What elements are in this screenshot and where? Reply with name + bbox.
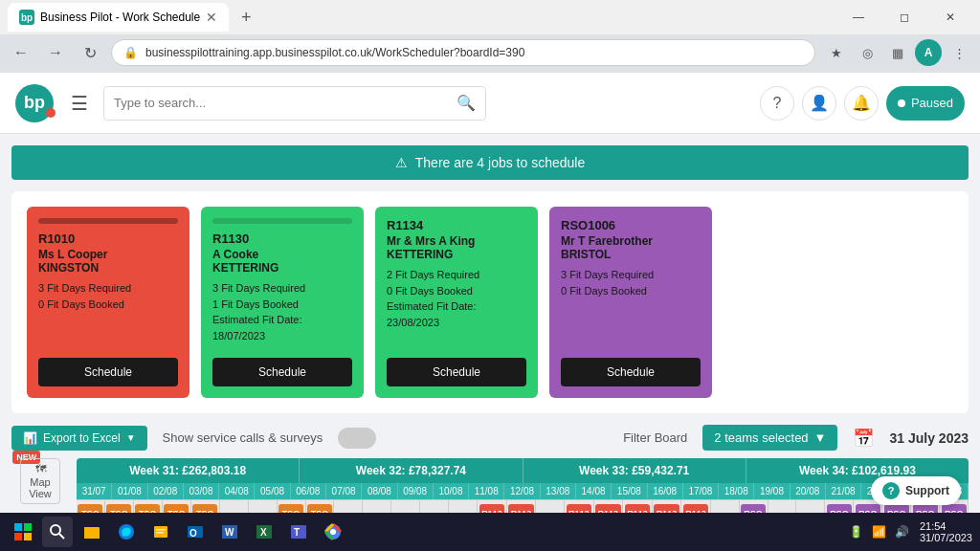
- back-button[interactable]: ←: [8, 39, 34, 66]
- search-bar[interactable]: 🔍: [103, 86, 486, 121]
- job-card-0: R1010 Ms L Cooper KINGSTON 3 Fit Days Re…: [27, 207, 189, 398]
- map-view-button[interactable]: 🗺 MapView: [20, 458, 60, 504]
- svg-text:O: O: [189, 528, 197, 539]
- menu-button[interactable]: ☰: [71, 92, 88, 115]
- date-cell: 02/08: [148, 483, 184, 499]
- support-button[interactable]: ? Support: [871, 476, 961, 505]
- svg-rect-0: [14, 523, 22, 531]
- taskbar-chrome[interactable]: [318, 517, 348, 547]
- taskbar-word[interactable]: W: [214, 517, 245, 547]
- date-cell: 18/08: [719, 483, 754, 499]
- location-0: KINGSTON: [38, 261, 178, 275]
- support-bubble-container: ? Support: [871, 476, 961, 505]
- taskbar-right: 🔋 📶 🔊 21:54 31/07/2023: [847, 520, 972, 543]
- fit-days-booked-2: 0 Fit Days Booked: [387, 283, 526, 299]
- dropdown-caret-icon: ▼: [814, 430, 827, 445]
- paused-button[interactable]: Paused: [886, 86, 965, 121]
- maximize-button[interactable]: ◻: [882, 2, 926, 33]
- date-cell: 01/08: [112, 483, 147, 499]
- tab-favicon: bp: [19, 10, 34, 25]
- clock: 21:54 31/07/2023: [920, 520, 972, 543]
- date-cell: 15/08: [612, 483, 647, 499]
- time-display: 21:54: [920, 520, 972, 532]
- date-display: 31/07/2023: [920, 532, 972, 543]
- battery-icon: 🔋: [847, 522, 866, 541]
- fit-days-req-1: 3 Fit Days Required: [212, 280, 352, 297]
- taskbar-edge[interactable]: [111, 517, 142, 547]
- schedule-button-3[interactable]: Schedule: [561, 358, 701, 386]
- volume-icon: 🔊: [893, 522, 912, 541]
- search-input[interactable]: [114, 96, 449, 110]
- fit-days-booked-1: 1 Fit Days Booked: [212, 297, 352, 313]
- fit-days-req-3: 3 Fit Days Required: [561, 267, 701, 283]
- url-bar[interactable]: 🔒 businesspilottraining.app.businesspilo…: [111, 39, 815, 66]
- filter-board-label: Filter Board: [623, 430, 687, 445]
- alert-message: There are 4 jobs to schedule: [415, 155, 585, 170]
- taskbar-explorer[interactable]: [77, 517, 107, 547]
- svg-text:X: X: [260, 527, 267, 538]
- window-controls: — ◻ ✕: [836, 2, 972, 33]
- date-cell: 10/08: [434, 483, 469, 499]
- refresh-button[interactable]: ↻: [77, 39, 103, 66]
- date-cell: 31/07: [77, 483, 112, 499]
- location-3: BRISTOL: [561, 248, 701, 261]
- close-button[interactable]: ✕: [928, 2, 972, 33]
- sidebar-icon[interactable]: ▦: [884, 39, 911, 66]
- week-header-32: Week 32: £78,327.74: [300, 458, 523, 483]
- job-id-2: R1134: [387, 218, 526, 232]
- teams-dropdown-button[interactable]: 2 teams selected ▼: [702, 425, 837, 451]
- job-id-3: RSO1006: [561, 218, 701, 232]
- new-tab-button[interactable]: +: [233, 4, 259, 31]
- toggle-switch[interactable]: [338, 428, 376, 449]
- schedule-button-2[interactable]: Schedule: [387, 358, 526, 386]
- taskbar-excel[interactable]: X: [249, 517, 279, 547]
- taskbar-files[interactable]: [145, 517, 176, 547]
- map-icon: 🗺: [35, 463, 46, 474]
- date-label: 31 July 2023: [889, 430, 969, 446]
- app-header: bp ☰ 🔍 ? 👤 🔔 Paused: [0, 73, 980, 134]
- minimize-button[interactable]: —: [836, 2, 880, 33]
- card-bar-0: [38, 218, 178, 224]
- bookmark-icon[interactable]: ★: [823, 39, 850, 66]
- help-button[interactable]: ?: [760, 86, 794, 121]
- taskbar-outlook[interactable]: O: [180, 517, 211, 547]
- job-cards-container: R1010 Ms L Cooper KINGSTON 3 Fit Days Re…: [11, 191, 969, 413]
- fit-days-req-0: 3 Fit Days Required: [38, 280, 178, 297]
- calendar-icon[interactable]: 📅: [853, 428, 874, 449]
- forward-button[interactable]: →: [42, 39, 69, 66]
- date-row: 31/0701/0802/0803/0804/0805/0806/0807/08…: [77, 483, 969, 499]
- start-button[interactable]: [8, 517, 38, 547]
- export-button[interactable]: 📊 Export to Excel ▼: [11, 426, 147, 451]
- app-logo: bp: [15, 84, 56, 122]
- job-card-2: R1134 Mr & Mrs A King KETTERING 2 Fit Da…: [375, 207, 538, 398]
- schedule-button-0[interactable]: Schedule: [38, 358, 178, 386]
- profile-button[interactable]: 👤: [802, 86, 836, 121]
- taskbar-search[interactable]: [42, 517, 73, 547]
- svg-line-5: [59, 534, 64, 539]
- svg-rect-8: [84, 527, 92, 530]
- notifications-button[interactable]: 🔔: [844, 86, 879, 121]
- toolbar: 📊 Export to Excel ▼ Show service calls &…: [11, 425, 969, 451]
- active-tab[interactable]: bp Business Pilot - Work Schedule ✕: [8, 3, 229, 32]
- svg-rect-3: [24, 533, 32, 540]
- taskbar: O W X T 🔋 📶 🔊 21:54 31/07/2023: [0, 513, 980, 551]
- profile-initial: A: [924, 46, 933, 59]
- export-caret-icon: ▼: [126, 432, 136, 443]
- schedule-button-1[interactable]: Schedule: [212, 358, 352, 386]
- date-cell: 14/08: [576, 483, 612, 499]
- address-bar: ← → ↻ 🔒 businesspilottraining.app.busine…: [0, 34, 980, 73]
- extension-icon[interactable]: ◎: [854, 39, 880, 66]
- tab-close-button[interactable]: ✕: [206, 10, 217, 25]
- logo-text: bp: [24, 93, 45, 113]
- wifi-icon: 📶: [870, 522, 889, 541]
- url-text: businesspilottraining.app.businesspilot.…: [145, 46, 524, 59]
- profile-badge[interactable]: A: [915, 39, 942, 66]
- date-cell: 12/08: [504, 483, 540, 499]
- job-id-1: R1130: [212, 231, 352, 246]
- week-header-33: Week 33: £59,432.71: [523, 458, 746, 483]
- taskbar-teams[interactable]: T: [283, 517, 314, 547]
- menu-icon[interactable]: ⋮: [946, 39, 972, 66]
- svg-rect-11: [156, 529, 166, 531]
- lock-icon: 🔒: [123, 46, 138, 59]
- svg-rect-12: [156, 532, 164, 534]
